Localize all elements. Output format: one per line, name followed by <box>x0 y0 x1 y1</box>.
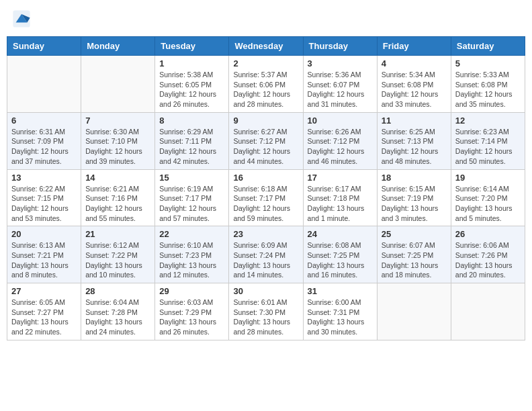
day-info: Sunrise: 6:30 AM Sunset: 7:10 PM Dayligh… <box>85 127 150 167</box>
day-number: 18 <box>382 173 447 183</box>
day-info: Sunrise: 6:06 AM Sunset: 7:26 PM Dayligh… <box>455 240 521 280</box>
day-info: Sunrise: 5:36 AM Sunset: 6:07 PM Dayligh… <box>308 70 373 109</box>
day-info: Sunrise: 6:10 AM Sunset: 7:23 PM Dayligh… <box>159 240 224 280</box>
day-number: 27 <box>11 286 77 296</box>
day-info: Sunrise: 6:12 AM Sunset: 7:22 PM Dayligh… <box>85 240 150 280</box>
day-number: 14 <box>85 173 150 183</box>
calendar-cell: 2Sunrise: 5:37 AM Sunset: 6:06 PM Daylig… <box>229 56 303 113</box>
day-info: Sunrise: 6:26 AM Sunset: 7:12 PM Dayligh… <box>308 127 373 167</box>
calendar-week-1: 1Sunrise: 5:38 AM Sunset: 6:05 PM Daylig… <box>7 56 525 113</box>
day-info: Sunrise: 5:34 AM Sunset: 6:08 PM Dayligh… <box>382 70 447 109</box>
day-number: 6 <box>11 116 77 126</box>
calendar-cell: 7Sunrise: 6:30 AM Sunset: 7:10 PM Daylig… <box>81 112 155 169</box>
day-info: Sunrise: 6:23 AM Sunset: 7:14 PM Dayligh… <box>455 127 521 167</box>
header <box>7 7 525 31</box>
calendar-cell: 19Sunrise: 6:14 AM Sunset: 7:20 PM Dayli… <box>451 169 525 226</box>
calendar-week-2: 6Sunrise: 6:31 AM Sunset: 7:09 PM Daylig… <box>7 112 525 169</box>
calendar-cell: 24Sunrise: 6:08 AM Sunset: 7:25 PM Dayli… <box>303 226 377 283</box>
day-header-sunday: Sunday <box>7 37 81 56</box>
day-number: 1 <box>159 58 224 68</box>
calendar-cell: 5Sunrise: 5:33 AM Sunset: 6:08 PM Daylig… <box>451 56 525 113</box>
calendar-cell: 27Sunrise: 6:05 AM Sunset: 7:27 PM Dayli… <box>7 283 81 340</box>
calendar-cell: 8Sunrise: 6:29 AM Sunset: 7:11 PM Daylig… <box>155 112 229 169</box>
calendar-cell: 28Sunrise: 6:04 AM Sunset: 7:28 PM Dayli… <box>81 283 155 340</box>
calendar-cell: 3Sunrise: 5:36 AM Sunset: 6:07 PM Daylig… <box>303 56 377 113</box>
calendar-cell: 14Sunrise: 6:21 AM Sunset: 7:16 PM Dayli… <box>81 169 155 226</box>
day-number: 13 <box>11 173 77 183</box>
calendar-cell: 11Sunrise: 6:25 AM Sunset: 7:13 PM Dayli… <box>377 112 451 169</box>
day-header-wednesday: Wednesday <box>229 37 303 56</box>
calendar-cell: 22Sunrise: 6:10 AM Sunset: 7:23 PM Dayli… <box>155 226 229 283</box>
day-info: Sunrise: 6:01 AM Sunset: 7:30 PM Dayligh… <box>233 298 298 337</box>
day-info: Sunrise: 6:04 AM Sunset: 7:28 PM Dayligh… <box>85 298 150 337</box>
calendar-cell: 17Sunrise: 6:17 AM Sunset: 7:18 PM Dayli… <box>303 169 377 226</box>
day-info: Sunrise: 5:38 AM Sunset: 6:05 PM Dayligh… <box>159 70 224 109</box>
day-number: 12 <box>455 116 521 126</box>
day-info: Sunrise: 6:03 AM Sunset: 7:29 PM Dayligh… <box>159 298 224 337</box>
calendar-cell: 12Sunrise: 6:23 AM Sunset: 7:14 PM Dayli… <box>451 112 525 169</box>
calendar-cell <box>451 283 525 340</box>
day-number: 21 <box>85 229 150 239</box>
day-number: 23 <box>233 229 298 239</box>
calendar: SundayMondayTuesdayWednesdayThursdayFrid… <box>7 36 525 340</box>
day-number: 10 <box>308 116 373 126</box>
calendar-week-4: 20Sunrise: 6:13 AM Sunset: 7:21 PM Dayli… <box>7 226 525 283</box>
day-header-friday: Friday <box>377 37 451 56</box>
calendar-cell <box>7 56 81 113</box>
calendar-cell: 1Sunrise: 5:38 AM Sunset: 6:05 PM Daylig… <box>155 56 229 113</box>
calendar-cell <box>377 283 451 340</box>
day-number: 9 <box>233 116 298 126</box>
day-header-monday: Monday <box>81 37 155 56</box>
day-info: Sunrise: 6:22 AM Sunset: 7:15 PM Dayligh… <box>11 184 77 224</box>
day-info: Sunrise: 6:27 AM Sunset: 7:12 PM Dayligh… <box>233 127 298 167</box>
day-number: 5 <box>455 58 521 68</box>
day-number: 15 <box>159 173 224 183</box>
day-number: 24 <box>308 229 373 239</box>
calendar-cell: 9Sunrise: 6:27 AM Sunset: 7:12 PM Daylig… <box>229 112 303 169</box>
day-info: Sunrise: 6:15 AM Sunset: 7:19 PM Dayligh… <box>382 184 447 224</box>
day-info: Sunrise: 5:37 AM Sunset: 6:06 PM Dayligh… <box>233 70 298 109</box>
calendar-cell <box>81 56 155 113</box>
day-info: Sunrise: 6:05 AM Sunset: 7:27 PM Dayligh… <box>11 298 77 337</box>
logo <box>12 9 34 28</box>
day-number: 2 <box>233 58 298 68</box>
day-info: Sunrise: 6:07 AM Sunset: 7:25 PM Dayligh… <box>382 240 447 280</box>
calendar-cell: 18Sunrise: 6:15 AM Sunset: 7:19 PM Dayli… <box>377 169 451 226</box>
calendar-cell: 6Sunrise: 6:31 AM Sunset: 7:09 PM Daylig… <box>7 112 81 169</box>
day-info: Sunrise: 6:08 AM Sunset: 7:25 PM Dayligh… <box>308 240 373 280</box>
calendar-cell: 26Sunrise: 6:06 AM Sunset: 7:26 PM Dayli… <box>451 226 525 283</box>
day-info: Sunrise: 6:21 AM Sunset: 7:16 PM Dayligh… <box>85 184 150 224</box>
calendar-cell: 29Sunrise: 6:03 AM Sunset: 7:29 PM Dayli… <box>155 283 229 340</box>
day-number: 19 <box>455 173 521 183</box>
calendar-cell: 25Sunrise: 6:07 AM Sunset: 7:25 PM Dayli… <box>377 226 451 283</box>
day-number: 25 <box>382 229 447 239</box>
day-number: 17 <box>308 173 373 183</box>
calendar-cell: 13Sunrise: 6:22 AM Sunset: 7:15 PM Dayli… <box>7 169 81 226</box>
day-info: Sunrise: 6:09 AM Sunset: 7:24 PM Dayligh… <box>233 240 298 280</box>
day-header-saturday: Saturday <box>451 37 525 56</box>
day-number: 31 <box>308 286 373 296</box>
calendar-cell: 30Sunrise: 6:01 AM Sunset: 7:30 PM Dayli… <box>229 283 303 340</box>
calendar-cell: 10Sunrise: 6:26 AM Sunset: 7:12 PM Dayli… <box>303 112 377 169</box>
day-info: Sunrise: 6:14 AM Sunset: 7:20 PM Dayligh… <box>455 184 521 224</box>
day-number: 11 <box>382 116 447 126</box>
day-info: Sunrise: 6:18 AM Sunset: 7:17 PM Dayligh… <box>233 184 298 224</box>
calendar-cell: 23Sunrise: 6:09 AM Sunset: 7:24 PM Dayli… <box>229 226 303 283</box>
day-number: 28 <box>85 286 150 296</box>
day-info: Sunrise: 6:29 AM Sunset: 7:11 PM Dayligh… <box>159 127 224 167</box>
calendar-cell: 31Sunrise: 6:00 AM Sunset: 7:31 PM Dayli… <box>303 283 377 340</box>
calendar-cell: 21Sunrise: 6:12 AM Sunset: 7:22 PM Dayli… <box>81 226 155 283</box>
day-number: 4 <box>382 58 447 68</box>
day-number: 20 <box>11 229 77 239</box>
day-number: 7 <box>85 116 150 126</box>
day-number: 3 <box>308 58 373 68</box>
day-number: 22 <box>159 229 224 239</box>
calendar-cell: 15Sunrise: 6:19 AM Sunset: 7:17 PM Dayli… <box>155 169 229 226</box>
day-number: 16 <box>233 173 298 183</box>
calendar-week-3: 13Sunrise: 6:22 AM Sunset: 7:15 PM Dayli… <box>7 169 525 226</box>
day-info: Sunrise: 5:33 AM Sunset: 6:08 PM Dayligh… <box>455 70 521 109</box>
day-info: Sunrise: 6:31 AM Sunset: 7:09 PM Dayligh… <box>11 127 77 167</box>
day-info: Sunrise: 6:19 AM Sunset: 7:17 PM Dayligh… <box>159 184 224 224</box>
calendar-cell: 16Sunrise: 6:18 AM Sunset: 7:17 PM Dayli… <box>229 169 303 226</box>
day-info: Sunrise: 6:13 AM Sunset: 7:21 PM Dayligh… <box>11 240 77 280</box>
